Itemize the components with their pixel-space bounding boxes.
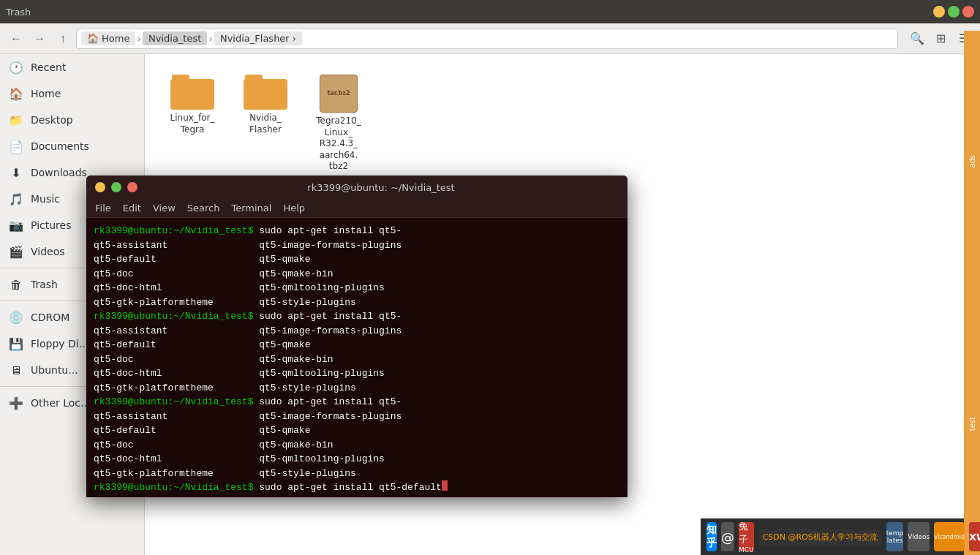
rabbit-sub: MCU xyxy=(739,546,754,554)
term-output-2d: qt5-doc-html qt5-qmltooling-plugins xyxy=(94,366,620,381)
rabbit-icon[interactable]: 兔子 MCU xyxy=(739,522,754,551)
term-output-2a: qt5-assistant qt5-image-formats-plugins xyxy=(94,324,620,339)
file-manager: Trash ← → ↑ 🏠 Home › Nvidia_test › Nvidi… xyxy=(0,0,980,555)
term-out-1c: qt5-doc qt5-qmake-bin xyxy=(94,267,333,282)
terminal-body[interactable]: rk3399@ubuntu:~/Nvidia_test$ sudo apt-ge… xyxy=(86,218,627,497)
right-panel-text-test: test xyxy=(968,417,976,431)
back-button[interactable]: ← xyxy=(6,29,26,49)
other-icon: ➕ xyxy=(9,396,23,410)
sidebar-item-recent[interactable]: 🕐 Recent xyxy=(0,54,144,80)
term-out-1a: qt5-assistant qt5-image-formats-plugins xyxy=(94,238,402,253)
term-line-final: rk3399@ubuntu:~/Nvidia_test$ sudo apt-ge… xyxy=(94,480,620,495)
terminal-window[interactable]: rk3399@ubuntu: ~/Nvidia_test File Edit V… xyxy=(86,175,627,497)
archive-icon-tegra210: tar.bz2 xyxy=(320,75,358,113)
terminal-menu-terminal[interactable]: Terminal xyxy=(231,203,271,214)
terminal-menu-edit[interactable]: Edit xyxy=(123,203,141,214)
view-button[interactable]: ⊞ xyxy=(930,29,951,49)
sidebar-item-home[interactable]: 🏠 Home xyxy=(0,80,144,107)
breadcrumb-nvidia-flasher[interactable]: Nvidia_Flasher › xyxy=(214,31,302,45)
terminal-title: rk3399@ubuntu: ~/Nvidia_test xyxy=(143,182,619,193)
term-out-3d: qt5-doc-html qt5-qmltooling-plugins xyxy=(94,452,385,467)
sidebar-label-ubuntu: Ubuntu... xyxy=(31,364,78,376)
videos-icon: 🎬 xyxy=(9,244,23,259)
recent-icon: 🕐 xyxy=(9,60,23,75)
terminal-menu-file[interactable]: File xyxy=(95,203,111,214)
sidebar-label-cdrom: CDROM xyxy=(31,312,69,323)
home-icon: 🏠 xyxy=(87,33,99,44)
sidebar-label-documents: Documents xyxy=(31,140,89,152)
terminal-maximize-button[interactable] xyxy=(111,182,121,192)
file-item-tegra210[interactable]: tar.bz2 Tegra210_Linux_R32.4.3_aarch64.t… xyxy=(306,69,372,178)
cdrom-icon: 💿 xyxy=(9,310,23,325)
home-sidebar-icon: 🏠 xyxy=(9,86,23,101)
term-output-1a: qt5-assistant qt5-image-formats-plugins xyxy=(94,238,620,253)
term-prompt-2: rk3399@ubuntu:~/Nvidia_test$ xyxy=(94,309,259,324)
breadcrumb-nvidia-test-label: Nvidia_test xyxy=(148,33,201,44)
maximize-button[interactable] xyxy=(948,6,960,18)
terminal-menu-search[interactable]: Search xyxy=(187,203,220,214)
downloads-icon: ⬇ xyxy=(9,165,23,180)
file-label-tegra210: Tegra210_Linux_R32.4.3_aarch64.tbz2 xyxy=(316,116,361,173)
sidebar-label-videos: Videos xyxy=(31,246,65,257)
sidebar-label-desktop: Desktop xyxy=(31,114,73,126)
term-cmd-final: sudo apt-get install qt5-default xyxy=(259,480,442,495)
forward-button[interactable]: → xyxy=(29,29,50,49)
zhihu-icon[interactable]: 知乎 xyxy=(706,522,717,551)
term-out-1b: qt5-default qt5-qmake xyxy=(94,252,310,267)
folder-icon-linux-tegra xyxy=(170,75,214,110)
floppy-icon: 💾 xyxy=(9,336,23,351)
breadcrumb-nvidia-flasher-label: Nvidia_Flasher xyxy=(220,33,290,44)
templates-icon[interactable]: templates xyxy=(886,522,904,551)
music-icon: 🎵 xyxy=(9,192,23,206)
trash-icon: 🗑 xyxy=(9,277,23,292)
term-output-3c: qt5-doc qt5-qmake-bin xyxy=(94,438,620,453)
terminal-menu-help[interactable]: Help xyxy=(283,203,305,214)
term-output-1b: qt5-default qt5-qmake xyxy=(94,252,620,267)
term-out-3a: qt5-assistant qt5-image-formats-plugins xyxy=(94,409,402,424)
term-line-2: rk3399@ubuntu:~/Nvidia_test$ sudo apt-ge… xyxy=(94,309,620,324)
videos-taskbar-icon[interactable]: Videos xyxy=(908,522,930,551)
sidebar-item-desktop[interactable]: 📁 Desktop xyxy=(0,107,144,133)
up-button[interactable]: ↑ xyxy=(53,29,73,49)
term-out-2c: qt5-doc qt5-qmake-bin xyxy=(94,352,333,367)
at-icon[interactable]: @ xyxy=(721,522,734,551)
term-output-1c: qt5-doc qt5-qmake-bin xyxy=(94,267,620,282)
breadcrumb-home[interactable]: 🏠 Home xyxy=(81,31,135,45)
term-output-3d: qt5-doc-html qt5-qmltooling-plugins xyxy=(94,452,620,467)
sidebar-label-home: Home xyxy=(31,88,61,99)
term-output-3b: qt5-default qt5-qmake xyxy=(94,423,620,438)
vlcandroid-label: vlcandroid xyxy=(934,534,965,540)
term-cmd-1: sudo apt-get install qt5- xyxy=(259,224,402,238)
term-out-3b: qt5-default qt5-qmake xyxy=(94,423,310,438)
right-panel-text-ads: ads xyxy=(968,155,976,168)
term-output-1e: qt5-gtk-platformtheme qt5-style-plugins xyxy=(94,295,620,310)
file-item-linux-tegra[interactable]: Linux_for_Tegra xyxy=(159,69,225,178)
videos-taskbar-label: Videos xyxy=(908,533,930,540)
terminal-menu: File Edit View Search Terminal Help xyxy=(86,199,627,218)
term-out-1d: qt5-doc-html qt5-qmltooling-plugins xyxy=(94,281,385,295)
term-out-2e: qt5-gtk-platformtheme qt5-style-plugins xyxy=(94,381,356,396)
file-label-nvidia-flasher: Nvidia_Flasher xyxy=(249,113,282,135)
term-output-2c: qt5-doc qt5-qmake-bin xyxy=(94,352,620,367)
sidebar-label-recent: Recent xyxy=(31,61,66,73)
term-prompt-1: rk3399@ubuntu:~/Nvidia_test$ xyxy=(94,224,259,238)
search-button[interactable]: 🔍 xyxy=(907,29,927,49)
close-button[interactable] xyxy=(962,6,974,18)
terminal-minimize-button[interactable] xyxy=(95,182,105,192)
terminal-close-button[interactable] xyxy=(127,182,137,192)
term-out-1e: qt5-gtk-platformtheme qt5-style-plugins xyxy=(94,295,356,310)
templates-label: templates xyxy=(886,529,904,544)
xw-icon[interactable]: XW xyxy=(969,522,980,551)
vlcandroid-icon[interactable]: vlcandroid xyxy=(934,522,965,551)
sidebar-item-documents[interactable]: 📄 Documents xyxy=(0,133,144,159)
term-out-2a: qt5-assistant qt5-image-formats-plugins xyxy=(94,324,402,339)
navbar: ← → ↑ 🏠 Home › Nvidia_test › Nvidia_Flas… xyxy=(0,23,980,54)
terminal-menu-view[interactable]: View xyxy=(153,203,176,214)
breadcrumb-nvidia-test[interactable]: Nvidia_test xyxy=(143,31,207,45)
minimize-button[interactable] xyxy=(933,6,945,18)
term-cmd-3: sudo apt-get install qt5- xyxy=(259,395,402,409)
breadcrumb-bar: 🏠 Home › Nvidia_test › Nvidia_Flasher › xyxy=(76,29,898,49)
desktop-icon: 📁 xyxy=(9,113,23,127)
file-item-nvidia-flasher[interactable]: Nvidia_Flasher xyxy=(233,69,298,178)
csdn-label[interactable]: CSDN @ROS机器人学习与交流 xyxy=(758,529,882,545)
